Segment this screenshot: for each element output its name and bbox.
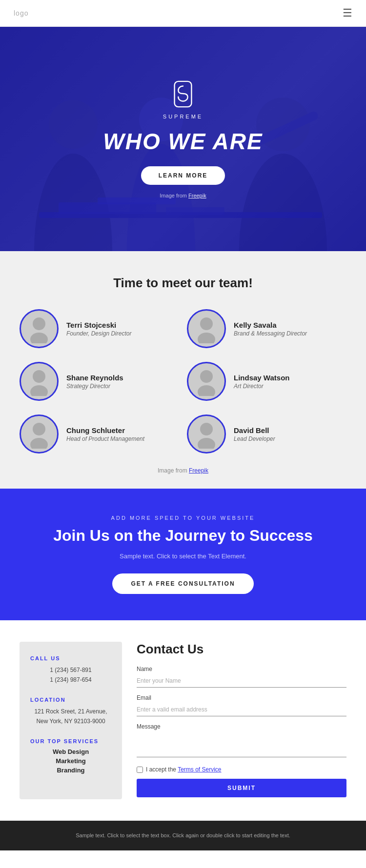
team-member-5: David Bell Lead Developer: [187, 414, 346, 454]
footer-text: Sample text. Click to select the text bo…: [20, 831, 346, 840]
team-role-3: Art Director: [234, 383, 289, 390]
team-freepik-link[interactable]: Freepik: [189, 467, 208, 474]
hero-brand: SUPREME: [103, 114, 263, 119]
name-group: Name: [137, 666, 346, 688]
address2: New York, NY 92103-9000: [30, 716, 111, 726]
team-grid: Terri Stojceski Founder, Design Director…: [20, 309, 346, 454]
hero-image-credit: Image from Freepik: [103, 193, 263, 198]
name-input[interactable]: [137, 674, 346, 688]
avatar-chung: [20, 414, 59, 454]
svg-point-13: [30, 333, 48, 343]
avatar-svg-terri: [24, 314, 54, 343]
svg-point-14: [200, 317, 213, 330]
contact-form-title: Contact Us: [137, 642, 346, 657]
hero-section: SUPREME WHO WE ARE LEARN MORE Image from…: [0, 27, 366, 251]
svg-point-15: [198, 333, 215, 343]
freepik-link[interactable]: Freepik: [188, 193, 206, 198]
services-label: OUR TOP SERVICES: [30, 738, 111, 744]
team-role-0: Founder, Design Director: [66, 330, 131, 337]
svg-point-20: [33, 423, 45, 435]
cta-subtitle: ADD MORE SPEED TO YOUR WEBSITE: [20, 515, 346, 521]
team-member-0: Terri Stojceski Founder, Design Director: [20, 309, 179, 348]
hero-content: SUPREME WHO WE ARE LEARN MORE Image from…: [103, 79, 263, 198]
avatar-svg-lindsay: [192, 367, 221, 396]
location-group: LOCATION 121 Rock Sreet, 21 Avenue, New …: [30, 697, 111, 727]
team-name-1: Kelly Savala: [234, 321, 307, 329]
hero-title: WHO WE ARE: [103, 128, 263, 155]
contact-info-box: CALL US 1 (234) 567-891 1 (234) 987-654 …: [20, 642, 122, 799]
avatar-terri: [20, 309, 59, 348]
message-input[interactable]: [137, 732, 346, 757]
message-label: Message: [137, 723, 346, 730]
avatar-svg-shane: [24, 367, 54, 396]
team-info-terri: Terri Stojceski Founder, Design Director: [66, 321, 131, 337]
svg-point-12: [33, 317, 45, 330]
team-name-4: Chung Schlueter: [66, 426, 144, 434]
services-list: Web Design Marketing Branding: [30, 748, 111, 774]
email-group: Email: [137, 694, 346, 716]
cta-text: Sample text. Click to select the Text El…: [20, 552, 346, 560]
team-info-kelly: Kelly Savala Brand & Messaging Director: [234, 321, 307, 337]
svg-point-18: [200, 370, 213, 383]
team-section: Time to meet our team! Terri Stojceski F…: [0, 251, 366, 489]
navbar: logo ☰: [0, 0, 366, 27]
cta-button[interactable]: GET A FREE CONSULTATION: [112, 573, 253, 594]
svg-point-19: [198, 385, 215, 396]
logo: logo: [14, 9, 28, 17]
avatar-svg-david: [192, 419, 221, 449]
team-name-3: Lindsay Watson: [234, 374, 289, 382]
learn-more-button[interactable]: LEARN MORE: [141, 166, 225, 185]
team-info-david: David Bell Lead Developer: [234, 426, 275, 442]
svg-point-16: [33, 370, 45, 383]
svg-point-1: [49, 100, 98, 149]
menu-icon[interactable]: ☰: [343, 7, 352, 20]
team-role-4: Head of Product Management: [66, 435, 144, 442]
message-group: Message: [137, 723, 346, 759]
svg-rect-10: [166, 207, 224, 215]
team-title: Time to meet our team!: [20, 276, 346, 291]
avatar-lindsay: [187, 362, 226, 401]
footer: Sample text. Click to select the text bo…: [0, 821, 366, 851]
call-us-label: CALL US: [30, 655, 111, 661]
svg-rect-9: [98, 197, 176, 204]
phone1: 1 (234) 567-891: [30, 665, 111, 675]
name-label: Name: [137, 666, 346, 672]
team-member-2: Shane Reynolds Strategy Director: [20, 362, 179, 401]
tos-label: I accept the Terms of Service: [146, 766, 222, 773]
svg-point-17: [30, 385, 48, 396]
contact-form-box: Contact Us Name Email Message I accept t…: [137, 642, 346, 797]
team-member-4: Chung Schlueter Head of Product Manageme…: [20, 414, 179, 454]
svg-point-22: [200, 423, 213, 435]
contact-form: Name Email Message I accept the Terms of…: [137, 666, 346, 797]
submit-button[interactable]: SUBMIT: [137, 779, 346, 797]
team-info-lindsay: Lindsay Watson Art Director: [234, 374, 289, 390]
team-role-1: Brand & Messaging Director: [234, 330, 307, 337]
team-name-5: David Bell: [234, 426, 275, 434]
team-image-credit: Image from Freepik: [20, 467, 346, 474]
avatar-svg-kelly: [192, 314, 221, 343]
team-role-2: Strategy Director: [66, 383, 123, 390]
service-2: Branding: [30, 767, 111, 774]
email-input[interactable]: [137, 703, 346, 716]
avatar-david: [187, 414, 226, 454]
avatar-svg-chung: [24, 419, 54, 449]
svg-point-23: [198, 438, 215, 449]
avatar-shane: [20, 362, 59, 401]
tos-checkbox[interactable]: [137, 767, 143, 773]
contact-section: CALL US 1 (234) 567-891 1 (234) 987-654 …: [0, 620, 366, 821]
team-name-0: Terri Stojceski: [66, 321, 131, 329]
location-label: LOCATION: [30, 697, 111, 703]
team-role-5: Lead Developer: [234, 435, 275, 442]
team-info-chung: Chung Schlueter Head of Product Manageme…: [66, 426, 144, 442]
phone2: 1 (234) 987-654: [30, 675, 111, 685]
svg-point-21: [30, 438, 48, 449]
cta-title: Join Us on the Journey to Success: [20, 527, 346, 545]
services-group: OUR TOP SERVICES Web Design Marketing Br…: [30, 738, 111, 774]
email-label: Email: [137, 694, 346, 701]
supreme-logo-icon: [171, 79, 195, 109]
service-0: Web Design: [30, 748, 111, 755]
team-member-1: Kelly Savala Brand & Messaging Director: [187, 309, 346, 348]
team-member-3: Lindsay Watson Art Director: [187, 362, 346, 401]
tos-link[interactable]: Terms of Service: [178, 766, 221, 773]
service-1: Marketing: [30, 757, 111, 765]
